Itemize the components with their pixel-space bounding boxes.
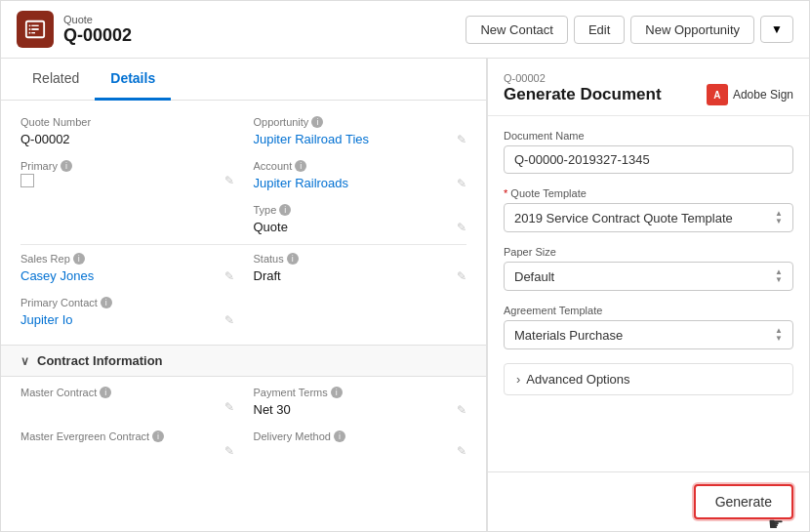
field-payment-terms: Payment Terms i Net 30 ✎ — [254, 387, 467, 419]
page-header: Quote Q-00002 New Contact Edit New Oppor… — [1, 1, 809, 59]
sales-rep-label: Sales Rep i — [20, 253, 234, 265]
quote-template-select[interactable]: 2019 Service Contract Quote Template ▲ ▼ — [504, 203, 793, 232]
type-label: Type i — [254, 204, 467, 216]
paper-size-label: Paper Size — [504, 246, 793, 258]
generate-button[interactable]: Generate ☛ — [694, 484, 793, 519]
rfield-doc-name: Document Name — [504, 130, 793, 174]
primary-contact-edit-icon[interactable]: ✎ — [224, 313, 234, 327]
status-edit-icon[interactable]: ✎ — [457, 269, 466, 283]
quote-template-value: 2019 Service Contract Quote Template — [514, 211, 733, 225]
field-status: Status i Draft ✎ — [254, 253, 467, 285]
master-contract-label: Master Contract i — [20, 387, 234, 398]
primary-label: Primary i — [20, 160, 234, 172]
primary-contact-row: Jupiter Io ✎ — [20, 310, 234, 329]
status-value: Draft — [254, 266, 281, 285]
edit-button[interactable]: Edit — [574, 16, 625, 44]
tab-details[interactable]: Details — [95, 59, 171, 101]
primary-contact-value[interactable]: Jupiter Io — [20, 310, 72, 329]
primary-edit-icon[interactable]: ✎ — [224, 174, 234, 187]
advanced-options-label: Advanced Options — [526, 372, 629, 387]
left-panel: Related Details Quote Number Q-00002 — [1, 59, 487, 531]
type-edit-icon[interactable]: ✎ — [457, 221, 466, 234]
primary-info-icon: i — [61, 160, 72, 172]
payment-terms-row: Net 30 ✎ — [254, 400, 467, 419]
payment-terms-value: Net 30 — [254, 400, 291, 419]
agreement-template-select[interactable]: Materials Purchase ▲ ▼ — [504, 320, 793, 349]
field-opportunity: Opportunity i Jupiter Railroad Ties ✎ — [254, 116, 467, 148]
opportunity-row: Jupiter Railroad Ties ✎ — [254, 130, 467, 148]
sales-rep-row: Casey Jones ✎ — [20, 266, 234, 285]
opportunity-value[interactable]: Jupiter Railroad Ties — [254, 130, 370, 148]
new-opportunity-button[interactable]: New Opportunity — [630, 16, 754, 44]
paper-size-select[interactable]: Default ▲ ▼ — [504, 262, 793, 291]
rfield-agreement-template: Agreement Template Materials Purchase ▲ … — [504, 305, 793, 349]
delivery-method-edit-icon[interactable]: ✎ — [457, 444, 466, 458]
paper-size-arrows: ▲ ▼ — [775, 268, 783, 284]
header-label: Quote — [63, 14, 132, 25]
payment-terms-label: Payment Terms i — [254, 387, 467, 398]
new-contact-button[interactable]: New Contact — [466, 16, 567, 44]
page-body: Related Details Quote Number Q-00002 — [1, 59, 809, 531]
sales-rep-edit-icon[interactable]: ✎ — [224, 269, 234, 283]
field-quote-number: Quote Number Q-00002 — [20, 116, 234, 148]
payment-terms-info-icon: i — [331, 387, 343, 398]
header-actions: New Contact Edit New Opportunity ▼ — [466, 16, 793, 44]
quote-icon — [17, 11, 54, 48]
header-left: Quote Q-00002 — [17, 11, 132, 48]
generate-document-title: Generate Document — [504, 85, 662, 104]
field-type: Type i Quote ✎ — [254, 204, 467, 236]
primary-checkbox[interactable] — [20, 174, 34, 187]
doc-name-label: Document Name — [504, 130, 793, 142]
account-info-icon: i — [295, 160, 306, 172]
right-panel: Q-00002 Generate Document A Adobe Sign D… — [487, 59, 809, 531]
account-edit-icon[interactable]: ✎ — [457, 177, 466, 190]
contract-section-label: Contract Information — [37, 353, 163, 368]
agreement-template-value: Materials Purchase — [514, 328, 623, 343]
dropdown-button[interactable]: ▼ — [760, 16, 793, 43]
type-value: Quote — [254, 218, 288, 236]
doc-name-input[interactable] — [504, 145, 793, 174]
quote-template-label: * Quote Template — [504, 187, 793, 199]
form-grid-bottom: Master Contract i ✎ Payment Terms i — [1, 377, 486, 468]
master-evergreen-label: Master Evergreen Contract i — [20, 430, 234, 442]
field-sales-rep: Sales Rep i Casey Jones ✎ — [20, 253, 234, 285]
quote-number-row: Q-00002 — [20, 130, 234, 148]
form-grid-top: Quote Number Q-00002 Opportunity i Jupit… — [20, 116, 466, 236]
status-label: Status i — [254, 253, 467, 265]
opportunity-info-icon: i — [311, 116, 323, 128]
svg-point-4 — [29, 24, 31, 26]
adobe-sign-branding: A Adobe Sign — [707, 84, 793, 105]
advanced-options[interactable]: › Advanced Options — [504, 363, 793, 395]
status-row: Draft ✎ — [254, 266, 467, 285]
field-primary: Primary i ✎ — [20, 160, 234, 192]
master-contract-row: ✎ — [20, 400, 234, 414]
paper-size-value: Default — [514, 269, 554, 284]
primary-contact-info-icon: i — [101, 297, 112, 308]
primary-row: ✎ — [20, 174, 234, 187]
sales-rep-value[interactable]: Casey Jones — [20, 266, 94, 285]
right-panel-header: Q-00002 Generate Document A Adobe Sign — [488, 59, 809, 116]
payment-terms-edit-icon[interactable]: ✎ — [457, 403, 466, 417]
sales-rep-info-icon: i — [73, 253, 85, 265]
contract-information-section[interactable]: ∨ Contract Information — [1, 345, 486, 377]
account-value[interactable]: Jupiter Railroads — [254, 174, 349, 192]
field-master-contract: Master Contract i ✎ — [20, 387, 234, 419]
tabs: Related Details — [1, 59, 486, 101]
advanced-options-chevron-icon: › — [516, 372, 520, 387]
svg-point-5 — [29, 28, 31, 30]
master-contract-edit-icon[interactable]: ✎ — [224, 400, 234, 414]
agreement-template-arrows: ▲ ▼ — [775, 327, 783, 343]
opportunity-edit-icon[interactable]: ✎ — [457, 133, 466, 146]
rfield-paper-size: Paper Size Default ▲ ▼ — [504, 246, 793, 291]
master-evergreen-edit-icon[interactable]: ✎ — [224, 444, 234, 458]
adobe-sign-label: Adobe Sign — [733, 88, 793, 102]
delivery-method-label: Delivery Method i — [254, 430, 467, 442]
right-panel-sub: Q-00002 — [504, 72, 793, 84]
account-row: Jupiter Railroads ✎ — [254, 174, 467, 192]
right-panel-footer: Generate ☛ — [488, 471, 809, 531]
field-empty — [20, 204, 234, 236]
account-label: Account i — [254, 160, 467, 172]
form-grid-mid: Sales Rep i Casey Jones ✎ Status i — [20, 253, 466, 329]
tab-related[interactable]: Related — [17, 59, 95, 101]
primary-contact-label: Primary Contact i — [20, 297, 234, 308]
